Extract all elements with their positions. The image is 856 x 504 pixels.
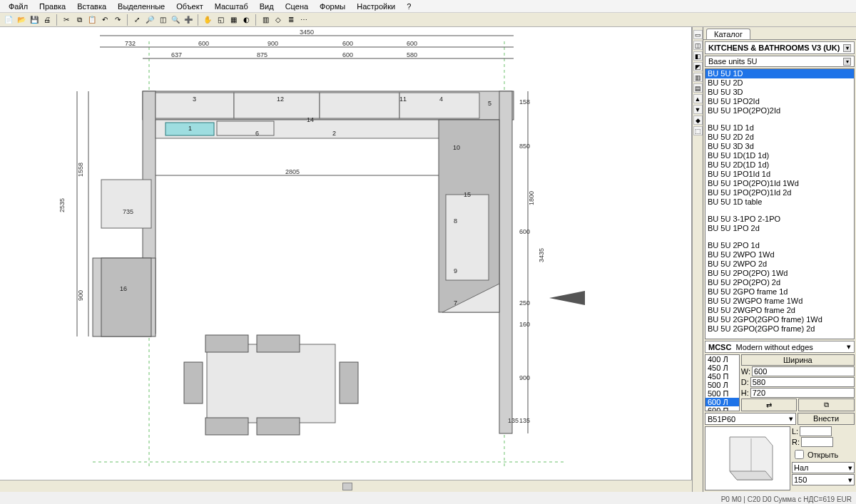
copy-icon[interactable]: ⧉ [73,14,85,26]
shade-icon[interactable]: ◐ [240,14,252,26]
insert-button[interactable]: Внести [798,413,855,425]
catalog-tab[interactable]: Каталог [706,29,750,39]
cut-icon[interactable]: ✂ [61,14,72,26]
scrollbar-thumb[interactable] [342,483,352,490]
drawing-area[interactable]: 1 2 3 11 4 12 6 14 10 8 9 7 15 16 5 3450… [0,27,692,492]
vtool-icon[interactable]: ◆ [693,115,703,125]
zoom-in-icon[interactable]: ➕ [183,14,194,26]
catalog-item[interactable]: BU 5U 1D(1D 1d) [705,151,854,160]
zoom-out-icon[interactable]: 🔎 [144,14,156,26]
catalog-library-select[interactable]: KITCHENS & BATHROOMS V3 (UK) ▾ [705,41,855,54]
zoom-fit-icon[interactable]: ⤢ [131,14,143,26]
vtool-icon[interactable]: ◩ [693,62,703,71]
menu-help[interactable]: ? [402,1,415,11]
catalog-item[interactable]: BU 5U 1D 1d [705,123,854,133]
catalog-item[interactable]: BU 5U 1D table [705,197,854,207]
style-select[interactable]: MCSC Modern without edges ▾ [705,341,855,353]
vtool-icon[interactable]: ▥ [693,73,703,82]
width-button[interactable]: Ширина [741,354,855,366]
zoom-icon[interactable]: 🔍 [170,14,181,26]
vtool-icon[interactable]: ▤ [693,83,703,93]
new-icon[interactable]: 📄 [3,14,14,26]
size-item[interactable]: 600 Л [705,398,739,406]
open-checkbox[interactable] [795,450,804,459]
menu-scene[interactable]: Сцена [281,1,312,11]
catalog-item[interactable] [705,233,854,241]
catalog-item[interactable]: BU 5U 2PO(2PO) 2d [705,278,854,287]
layers-icon[interactable]: ≣ [285,14,297,26]
catalog-item[interactable]: BU 5U 2WPO 2d [705,259,854,269]
menu-object[interactable]: Объект [172,1,207,11]
offset-l-input[interactable] [800,426,832,436]
menu-forms[interactable]: Формы [315,1,350,11]
chevron-down-icon[interactable]: ▾ [847,342,851,351]
menu-insert[interactable]: Вставка [73,1,111,11]
offset-r-input[interactable] [801,437,833,447]
vtool-icon[interactable]: ◫ [693,41,703,50]
catalog-item[interactable]: BU 5U 1PO(2PO)1Id 2d [705,188,854,197]
menu-edit[interactable]: Правка [35,1,70,11]
size-item[interactable]: 450 П [705,372,739,381]
size-item[interactable]: 500 Л [705,381,739,389]
undo-icon[interactable]: ↶ [99,14,111,26]
catalog-item-list[interactable]: BU 5U 1DBU 5U 2DBU 5U 3DBU 5U 1PO2IdBU 5… [705,68,855,339]
catalog-category-select[interactable]: Base units 5U ▾ [705,56,855,67]
direction-select[interactable]: Нал▾ [792,462,855,473]
catalog-item[interactable] [705,207,854,215]
horizontal-scrollbar[interactable] [0,480,692,492]
view3d-icon[interactable]: ◱ [215,14,226,26]
save-icon[interactable]: 💾 [29,14,40,26]
menu-scale[interactable]: Масштаб [210,1,253,11]
copy-params-icon[interactable]: ⧉ [798,398,855,411]
chevron-down-icon[interactable]: ▾ [843,44,851,52]
catalog-item[interactable]: BU 5U 1PO1Id 1d [705,170,854,179]
zoom-window-icon[interactable]: ◫ [157,14,168,26]
size-item[interactable]: 500 П [705,389,739,398]
vtool-icon[interactable]: ▲ [693,94,703,103]
catalog-item[interactable]: BU 5U 2PO(2PO) 1Wd [705,269,854,278]
model-select[interactable]: B51P60 ▾ [705,413,796,425]
catalog-item[interactable]: BU 5U 2GPO(2GPO frame) 2d [705,324,854,334]
catalog-item[interactable]: BU 5U 3D [705,88,854,97]
chevron-down-icon[interactable]: ▾ [843,58,851,66]
catalog-item[interactable]: BU 5U 1PO 2d [705,224,854,233]
catalog-item[interactable]: BU 5U 2WPO 1Wd [705,250,854,259]
catalog-item[interactable]: BU 5U 2WGPO frame 2d [705,306,854,315]
more-icon[interactable]: ⋯ [298,14,310,26]
catalog-item[interactable]: BU 5U 2WGPO frame 1Wd [705,297,854,306]
vtool-icon[interactable]: ▼ [693,105,703,114]
paste-icon[interactable]: 📋 [86,14,98,26]
menu-view[interactable]: Вид [255,1,278,11]
vtool-icon[interactable]: ▭ [693,30,703,39]
size-item[interactable]: 450 Л [705,364,739,372]
catalog-item[interactable]: BU 5U 2D [705,78,854,88]
catalog-item[interactable]: BU 5U 1PO2Id [705,97,854,106]
grid-icon[interactable]: ▥ [260,14,271,26]
catalog-item[interactable]: BU 5U 1D [705,69,854,78]
menu-selected[interactable]: Выделенные [113,1,169,11]
link-icon[interactable]: ⇄ [741,398,798,411]
catalog-item[interactable]: BU 5U 1PO(2PO)2Id [705,106,854,115]
size-list[interactable]: 400 Л450 Л450 П500 Л500 П600 Л600 П [705,354,740,411]
dim-h-input[interactable] [750,388,855,398]
menu-file[interactable]: Файл [4,1,32,11]
vtool-icon[interactable]: ⬚ [693,126,703,135]
catalog-item[interactable]: BU 5U 2GPO(2GPO frame) 1Wd [705,315,854,324]
pan-icon[interactable]: ✋ [202,14,213,26]
catalog-item[interactable]: BU 5U 3-1PO 2-1PO [705,215,854,224]
catalog-item[interactable]: BU 5U 1PO(2PO)1Id 1Wd [705,179,854,188]
print-icon[interactable]: 🖨 [41,14,53,26]
catalog-item[interactable]: BU 5U 2D(1D 1d) [705,160,854,170]
size-item[interactable]: 600 П [705,406,739,411]
open-icon[interactable]: 📂 [16,14,27,26]
catalog-item[interactable]: BU 5U 2PO 1d [705,241,854,250]
dim-w-input[interactable] [752,366,855,376]
catalog-item[interactable]: BU 5U 2D 2d [705,133,854,142]
menu-settings[interactable]: Настройки [352,1,399,11]
chevron-down-icon[interactable]: ▾ [789,414,793,423]
vtool-icon[interactable]: ◧ [693,51,703,61]
wireframe-icon[interactable]: ▦ [228,14,239,26]
size-item[interactable]: 400 Л [705,355,739,364]
catalog-item[interactable]: BU 5U 3D 3d [705,142,854,151]
redo-icon[interactable]: ↷ [112,14,123,26]
